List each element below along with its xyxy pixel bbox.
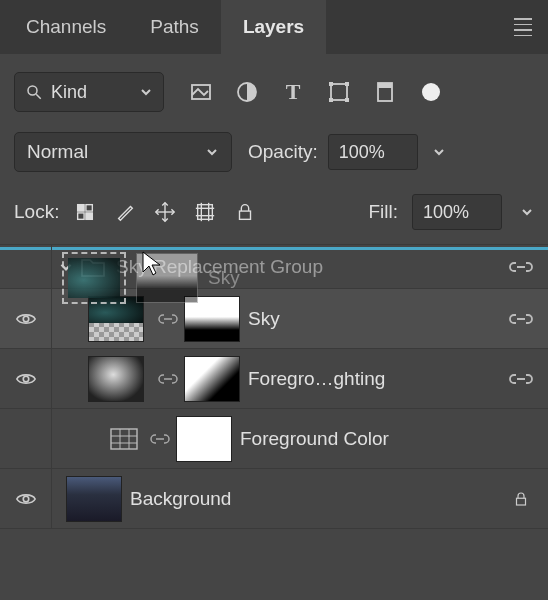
blend-mode-row: Normal Opacity: 100% <box>0 122 548 182</box>
lock-artboard-icon[interactable] <box>193 200 217 224</box>
svg-rect-11 <box>78 205 84 211</box>
svg-point-30 <box>23 496 29 502</box>
svg-point-24 <box>23 376 29 382</box>
filter-kind-label: Kind <box>51 82 131 103</box>
layer-row[interactable]: Foreground Color <box>0 409 548 469</box>
svg-point-0 <box>28 86 37 95</box>
filter-toggle-icon[interactable] <box>418 79 444 105</box>
svg-rect-12 <box>86 205 92 211</box>
svg-rect-17 <box>198 205 213 220</box>
layer-mask-thumbnail[interactable] <box>176 416 232 462</box>
svg-rect-8 <box>345 98 349 102</box>
eye-icon <box>15 488 37 510</box>
link-icon[interactable] <box>508 309 534 329</box>
layer-group-row[interactable]: Sky Replacement Group <box>0 245 548 289</box>
svg-rect-31 <box>517 498 526 505</box>
layer-name[interactable]: Foreground Color <box>240 428 534 450</box>
lock-position-icon[interactable] <box>153 200 177 224</box>
eye-icon <box>15 308 37 330</box>
layer-row[interactable]: Sky <box>0 289 548 349</box>
mask-link-icon[interactable] <box>158 372 178 386</box>
svg-rect-4 <box>331 84 347 100</box>
chevron-down-icon[interactable] <box>432 145 446 159</box>
svg-line-1 <box>36 94 41 99</box>
link-icon[interactable] <box>508 257 534 277</box>
layer-row[interactable]: Background <box>0 469 548 529</box>
svg-rect-22 <box>240 211 251 219</box>
layer-name[interactable]: Sky <box>248 308 500 330</box>
visibility-toggle[interactable] <box>0 289 52 348</box>
mask-link-icon[interactable] <box>150 432 170 446</box>
tab-channels[interactable]: Channels <box>4 0 128 54</box>
fill-label: Fill: <box>368 201 398 223</box>
svg-rect-13 <box>78 213 84 219</box>
svg-rect-7 <box>329 98 333 102</box>
filter-kind-dropdown[interactable]: Kind <box>14 72 164 112</box>
tab-layers[interactable]: Layers <box>221 0 326 54</box>
disclosure-triangle-icon[interactable] <box>58 259 74 275</box>
layer-thumbnail[interactable] <box>88 356 144 402</box>
layer-mask-thumbnail[interactable] <box>184 296 240 342</box>
chevron-down-icon[interactable] <box>520 205 534 219</box>
smartobject-filter-icon[interactable] <box>372 79 398 105</box>
chevron-down-icon <box>205 145 219 159</box>
lock-brush-icon[interactable] <box>113 200 137 224</box>
layer-thumbnail[interactable] <box>88 296 144 342</box>
image-filter-icon[interactable] <box>188 79 214 105</box>
svg-rect-5 <box>329 82 333 86</box>
type-filter-icon[interactable]: T <box>280 79 306 105</box>
lock-all-icon[interactable] <box>233 200 257 224</box>
panel-menu-icon[interactable] <box>508 12 538 42</box>
eye-icon <box>15 368 37 390</box>
layer-row[interactable]: Foregro…ghting <box>0 349 548 409</box>
layer-name[interactable]: Background <box>130 488 500 510</box>
link-icon[interactable] <box>508 369 534 389</box>
layers-panel: Channels Paths Layers Kind T Normal Opac… <box>0 0 548 600</box>
chevron-down-icon <box>139 85 153 99</box>
visibility-toggle[interactable] <box>0 469 52 528</box>
lock-pixels-icon[interactable] <box>73 200 97 224</box>
shape-filter-icon[interactable] <box>326 79 352 105</box>
tab-bar: Channels Paths Layers <box>0 0 548 54</box>
lock-icon[interactable] <box>508 489 534 509</box>
layer-mask-thumbnail[interactable] <box>184 356 240 402</box>
mask-link-icon[interactable] <box>158 312 178 326</box>
svg-rect-10 <box>378 83 392 88</box>
layer-filter-row: Kind T <box>0 54 548 122</box>
opacity-label: Opacity: <box>248 141 318 163</box>
search-icon <box>25 83 43 101</box>
fill-input[interactable]: 100% <box>412 194 502 230</box>
adjustment-icon <box>110 428 138 450</box>
adjustment-filter-icon[interactable] <box>234 79 260 105</box>
lock-label: Lock: <box>14 201 59 223</box>
lock-row: Lock: Fill: 100% <box>0 182 548 245</box>
layer-name[interactable]: Foregro…ghting <box>248 368 500 390</box>
filter-type-icons: T <box>188 79 444 105</box>
visibility-toggle[interactable] <box>0 409 52 468</box>
layer-name: Sky Replacement Group <box>116 256 500 278</box>
svg-rect-14 <box>86 213 92 219</box>
svg-rect-6 <box>345 82 349 86</box>
folder-icon <box>80 256 106 278</box>
svg-point-23 <box>23 316 29 322</box>
svg-rect-25 <box>111 429 137 449</box>
blend-mode-value: Normal <box>27 141 205 163</box>
layers-list: Sky Replacement Group Sky Foregro…ghting <box>0 245 548 600</box>
visibility-toggle[interactable] <box>0 349 52 408</box>
layer-thumbnail[interactable] <box>66 476 122 522</box>
blend-mode-dropdown[interactable]: Normal <box>14 132 232 172</box>
opacity-input[interactable]: 100% <box>328 134 418 170</box>
visibility-toggle[interactable] <box>0 245 52 288</box>
tab-paths[interactable]: Paths <box>128 0 221 54</box>
